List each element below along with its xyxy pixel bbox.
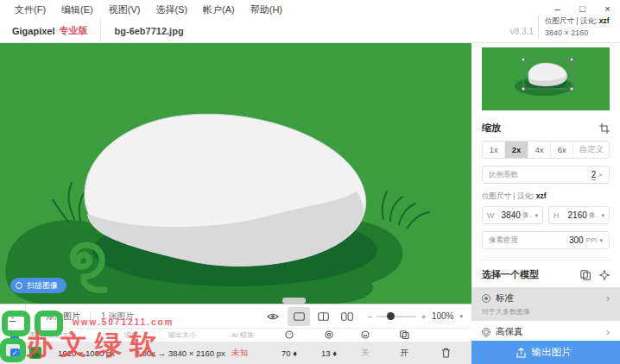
zoom-6x-button[interactable]: 6x xyxy=(551,141,573,158)
compare-pages-icon[interactable] xyxy=(580,270,591,280)
export-image-button[interactable]: 输出图片 xyxy=(467,341,620,364)
row-output-size: 3840 × 2160 px xyxy=(166,348,226,358)
denoise-icon xyxy=(325,330,333,339)
width-unit: 像.. xyxy=(522,211,533,220)
copy-settings-icon xyxy=(400,330,409,339)
zoom-custom-button[interactable]: 自定义 xyxy=(573,141,609,158)
pixel-size-author: xzf xyxy=(536,191,547,200)
trash-icon[interactable] xyxy=(441,348,451,358)
model-name: 标准 xyxy=(496,292,601,304)
chevron-down-icon[interactable]: ▾ xyxy=(535,212,538,219)
zoom-slider-track[interactable] xyxy=(376,316,416,317)
pixel-density-unit: PPI xyxy=(586,236,598,244)
row-toggle-on[interactable]: 开 xyxy=(383,348,425,359)
scale-factor-unit: × xyxy=(598,171,603,179)
zoom-out-icon[interactable]: − xyxy=(367,311,372,322)
menu-file[interactable]: 文件(F) xyxy=(7,0,54,19)
face-recovery-icon xyxy=(285,330,294,339)
model-section-title: 选择一个模型 xyxy=(482,268,539,281)
scan-image-label: 扫描图像 xyxy=(27,280,58,292)
edition-badge: 专业版 xyxy=(60,24,88,37)
scan-image-button[interactable]: 扫描图像 xyxy=(10,278,66,293)
row-original-size: 1920 × 1080 px xyxy=(48,348,124,358)
split-view-button[interactable] xyxy=(312,307,334,326)
select-all-checkbox[interactable]: ✓ xyxy=(10,331,19,340)
row-toggle-off[interactable]: 关 xyxy=(347,348,383,359)
menubar: 文件(F) 编辑(E) 视图(V) 选择(S) 帐户(A) 帮助(H) – □ … xyxy=(0,0,620,19)
scale-factor-input[interactable]: 2 xyxy=(592,170,597,180)
zoom-1x-button[interactable]: 1x xyxy=(483,141,505,158)
canvas-hscrollbar[interactable] xyxy=(282,298,306,304)
model-standard[interactable]: 标准 › 对于大多数图像 xyxy=(471,287,620,321)
chevron-right-icon: › xyxy=(606,326,610,338)
chevron-down-icon[interactable]: ▾ xyxy=(601,212,604,219)
preview-original-button[interactable] xyxy=(262,307,284,326)
batch-table-row[interactable]: ✓ 1920 × 1080 px 2.00x → 3840 × 2160 px … xyxy=(0,342,471,364)
menu-account[interactable]: 帐户(A) xyxy=(195,0,243,19)
zoom-slider[interactable]: − + xyxy=(367,311,427,322)
plus-icon: + xyxy=(35,311,41,323)
dual-pane-icon xyxy=(341,312,353,321)
menu-help[interactable]: 帮助(H) xyxy=(243,0,290,19)
single-pane-icon xyxy=(294,312,305,321)
crop-icon[interactable] xyxy=(599,123,610,134)
stone-illustration xyxy=(0,43,471,304)
scale-factor-label: 比例系数 xyxy=(489,170,592,180)
chevron-down-icon[interactable]: ▾ xyxy=(599,237,603,244)
row-status: 未知 xyxy=(226,348,268,359)
width-label: W xyxy=(487,211,495,220)
add-image-button[interactable]: + 添加图片 xyxy=(26,304,90,328)
menu-edit[interactable]: 编辑(E) xyxy=(54,0,101,19)
row-credit-2: 13 ♦ xyxy=(311,348,347,358)
header-scale: 缩放 xyxy=(124,330,166,340)
pixel-density-value[interactable]: 300 xyxy=(569,235,584,245)
localizer-name: xzf xyxy=(599,16,610,25)
zoom-slider-knob[interactable] xyxy=(387,312,395,320)
image-canvas[interactable] xyxy=(0,43,471,304)
app-name: Gigapixel xyxy=(12,26,55,36)
zoom-level-select[interactable]: 100% ▾ xyxy=(432,311,471,321)
pixel-density-row[interactable]: 像素密度 300 PPI ▾ xyxy=(482,231,610,249)
bottom-bar: ↓ + 添加图片 1 张图片 xyxy=(0,304,471,364)
width-field[interactable]: W 3840 像.. ▾ xyxy=(482,206,543,224)
menu-view[interactable]: 视图(V) xyxy=(101,0,149,19)
chevron-right-icon: › xyxy=(606,292,610,304)
scale-factor-row: 比例系数 2 × xyxy=(482,166,610,184)
row-scale: 2.00x → xyxy=(124,348,166,358)
standard-model-icon xyxy=(482,294,490,303)
zoom-4x-button[interactable]: 4x xyxy=(528,141,551,158)
width-value[interactable]: 3840 xyxy=(495,210,521,220)
import-icon: ↓ xyxy=(9,311,16,322)
split-pane-icon xyxy=(318,312,329,321)
filename-tab[interactable]: bg-6eb7712.jpg xyxy=(101,26,198,36)
right-panel: 缩放 1x 2x 4x 6x 自定义 比例系数 2 × 位图尺寸 | 汉化: x… xyxy=(471,43,620,364)
zoom-section-title: 缩放 xyxy=(482,122,501,135)
row-checkbox[interactable]: ✓ xyxy=(10,348,20,358)
file-toolbar: ↓ + 添加图片 1 张图片 xyxy=(0,304,471,329)
app-tab[interactable]: Gigapixel 专业版 xyxy=(0,19,101,43)
menu-select[interactable]: 选择(S) xyxy=(148,0,195,19)
zoom-in-icon[interactable]: + xyxy=(421,311,426,322)
model-name: 高保真 xyxy=(496,326,601,338)
sparkle-icon[interactable] xyxy=(599,270,610,280)
image-size-box: 位图尺寸 | 汉化: xzf 3840 × 2160 xyxy=(538,15,617,39)
sharpen-icon xyxy=(361,330,370,339)
height-unit: 像.. xyxy=(589,211,599,220)
single-view-button[interactable] xyxy=(288,307,310,326)
row-credit-1: 70 ♦ xyxy=(268,348,311,358)
zoom-2x-button[interactable]: 2x xyxy=(505,141,528,158)
navigation-preview[interactable] xyxy=(482,47,610,110)
header-image: 图片 xyxy=(29,330,48,340)
header-output-size: 输出大小 xyxy=(166,330,226,340)
side-by-side-view-button[interactable] xyxy=(336,307,358,326)
row-thumbnail xyxy=(29,347,41,359)
import-button[interactable]: ↓ xyxy=(0,304,26,328)
model-description: 对于大多数图像 xyxy=(482,307,610,317)
header-original-size: 原始大小 xyxy=(48,330,124,340)
scan-icon xyxy=(16,282,22,289)
pixel-size-label: 位图尺寸 | 汉化: xyxy=(482,191,536,200)
height-field[interactable]: H 2160 像.. ▾ xyxy=(548,206,610,224)
view-mode-group xyxy=(288,307,358,326)
size-caption: 位图尺寸 | 汉化: xyxy=(545,16,599,25)
height-value[interactable]: 2160 xyxy=(560,210,587,220)
